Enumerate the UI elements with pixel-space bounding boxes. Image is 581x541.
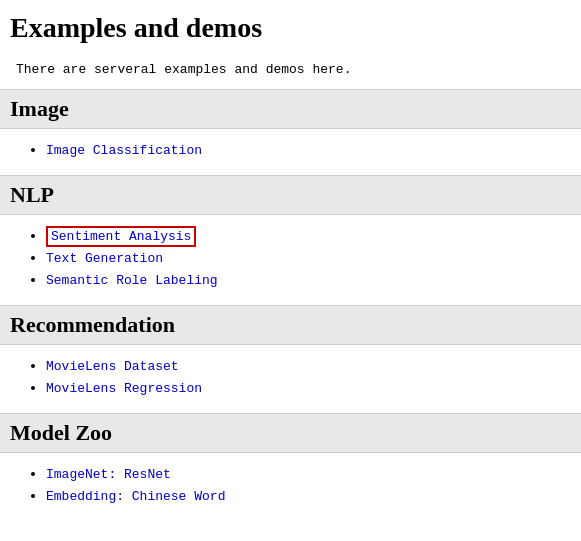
list-item: Text Generation [46, 247, 571, 269]
section-list-nlp: Sentiment AnalysisText GenerationSemanti… [10, 225, 571, 291]
section-content-recommendation: MovieLens DatasetMovieLens Regression [0, 345, 581, 413]
section-heading-model-zoo: Model Zoo [0, 413, 581, 453]
section-content-image: Image Classification [0, 129, 581, 175]
section-content-nlp: Sentiment AnalysisText GenerationSemanti… [0, 215, 581, 305]
list-item: Semantic Role Labeling [46, 269, 571, 291]
section-heading-recommendation: Recommendation [0, 305, 581, 345]
sections-container: ImageImage ClassificationNLPSentiment An… [0, 89, 581, 521]
list-item: ImageNet: ResNet [46, 463, 571, 485]
section-heading-image: Image [0, 89, 581, 129]
list-item: MovieLens Dataset [46, 355, 571, 377]
link-text-generation[interactable]: Text Generation [46, 251, 163, 266]
list-item: Embedding: Chinese Word [46, 485, 571, 507]
intro-text: There are serveral examples and demos he… [0, 54, 581, 89]
link-semantic-role-labeling[interactable]: Semantic Role Labeling [46, 273, 218, 288]
section-content-model-zoo: ImageNet: ResNetEmbedding: Chinese Word [0, 453, 581, 521]
section-list-recommendation: MovieLens DatasetMovieLens Regression [10, 355, 571, 399]
link-imagenet--resnet[interactable]: ImageNet: ResNet [46, 467, 171, 482]
section-list-image: Image Classification [10, 139, 571, 161]
link-movielens-dataset[interactable]: MovieLens Dataset [46, 359, 179, 374]
link-image-classification[interactable]: Image Classification [46, 143, 202, 158]
link-embedding--chinese-word[interactable]: Embedding: Chinese Word [46, 489, 225, 504]
page-title: Examples and demos [0, 0, 581, 54]
link-sentiment-analysis[interactable]: Sentiment Analysis [46, 226, 196, 247]
link-movielens-regression[interactable]: MovieLens Regression [46, 381, 202, 396]
section-heading-nlp: NLP [0, 175, 581, 215]
section-list-model-zoo: ImageNet: ResNetEmbedding: Chinese Word [10, 463, 571, 507]
list-item: MovieLens Regression [46, 377, 571, 399]
list-item: Sentiment Analysis [46, 225, 571, 247]
list-item: Image Classification [46, 139, 571, 161]
